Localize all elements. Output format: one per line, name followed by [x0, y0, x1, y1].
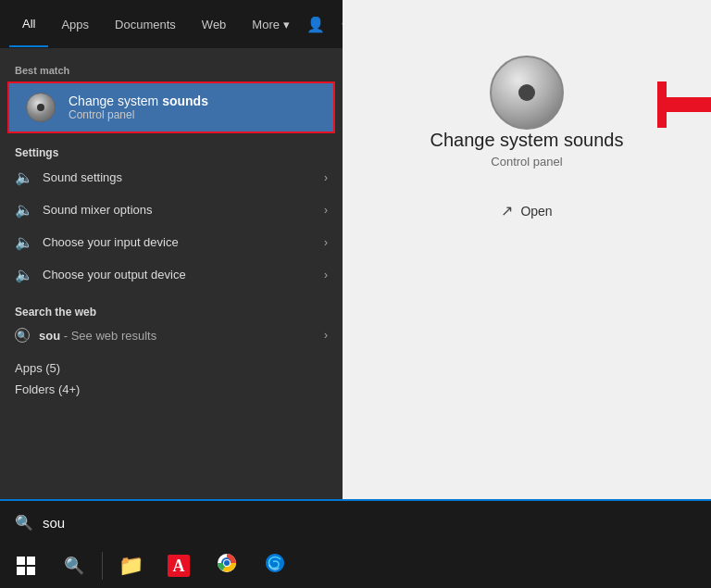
- web-search-text: sou - See web results: [39, 329, 315, 343]
- apps-count[interactable]: Apps (5): [15, 357, 328, 379]
- results-list: Best match Change system sounds Control …: [0, 48, 343, 499]
- output-device-label: Choose your output device: [43, 268, 315, 281]
- sound-settings-label: Sound settings: [43, 170, 315, 184]
- taskbar: 🔍 📁 A: [0, 544, 711, 588]
- best-match-title: Change system sounds: [69, 94, 208, 108]
- apps-folders: Apps (5) Folders (4+): [0, 354, 343, 404]
- windows-logo-icon: [17, 557, 35, 575]
- best-match-sound-icon: [24, 91, 57, 124]
- red-arrow: [657, 81, 711, 131]
- start-button[interactable]: [4, 544, 48, 588]
- arrow-icon-3: ›: [324, 236, 328, 249]
- adobe-button[interactable]: A: [156, 544, 201, 588]
- tab-all[interactable]: All: [9, 2, 48, 47]
- person-icon[interactable]: 👤: [303, 12, 329, 37]
- web-search-item[interactable]: 🔍 sou - See web results ›: [0, 320, 343, 350]
- result-input-device[interactable]: 🔈 Choose your input device ›: [0, 226, 343, 258]
- web-search-section: Search the web 🔍 sou - See web results ›: [0, 294, 343, 354]
- best-match-item[interactable]: Change system sounds Control panel: [7, 81, 335, 133]
- nav-tabs: All Apps Documents Web More ▾ 👤 •••: [0, 0, 343, 48]
- volume-icon-1: 🔈: [15, 169, 33, 186]
- settings-label: Settings: [0, 139, 343, 161]
- folder-icon: 📁: [118, 554, 143, 578]
- taskbar-divider: [102, 552, 103, 580]
- tab-more[interactable]: More ▾: [239, 3, 303, 46]
- volume-icon-3: 🔈: [15, 233, 33, 251]
- chrome-icon: [216, 552, 238, 580]
- right-panel: Change system sounds Control panel ↗ Ope…: [343, 0, 711, 499]
- left-panel: All Apps Documents Web More ▾ 👤 •••: [0, 0, 343, 499]
- result-sound-settings[interactable]: 🔈 Sound settings ›: [0, 161, 343, 194]
- search-input[interactable]: [43, 515, 696, 531]
- right-sound-icon: [490, 56, 564, 130]
- input-device-label: Choose your input device: [43, 235, 315, 249]
- right-subtitle: Control panel: [491, 155, 562, 169]
- arrow-icon-web: ›: [324, 329, 328, 342]
- tab-web[interactable]: Web: [189, 3, 240, 46]
- arrow-icon-4: ›: [324, 269, 328, 281]
- arrow-icon-1: ›: [324, 171, 328, 184]
- open-icon: ↗: [501, 202, 513, 219]
- result-sound-mixer[interactable]: 🔈 Sound mixer options ›: [0, 194, 343, 226]
- best-match-text: Change system sounds Control panel: [69, 94, 208, 121]
- search-icon: 🔍: [15, 514, 33, 532]
- settings-section: Settings 🔈 Sound settings › 🔈 Sound mixe…: [0, 135, 343, 294]
- adobe-icon: A: [168, 555, 190, 577]
- best-match-label: Best match: [0, 56, 343, 80]
- edge-button[interactable]: [253, 544, 297, 588]
- search-bar: 🔍: [0, 499, 711, 544]
- chrome-button[interactable]: [205, 544, 249, 588]
- taskbar-search-button[interactable]: 🔍: [52, 544, 96, 588]
- right-title: Change system sounds: [430, 130, 623, 151]
- folders-count[interactable]: Folders (4+): [15, 379, 328, 400]
- sound-mixer-label: Sound mixer options: [43, 203, 315, 217]
- tab-apps[interactable]: Apps: [48, 3, 102, 46]
- svg-point-5: [224, 560, 230, 566]
- chevron-down-icon: ▾: [283, 18, 290, 31]
- file-explorer-button[interactable]: 📁: [108, 544, 153, 588]
- volume-icon-2: 🔈: [15, 201, 33, 219]
- web-search-label: Search the web: [0, 298, 343, 320]
- result-output-device[interactable]: 🔈 Choose your output device ›: [0, 258, 343, 291]
- volume-icon-4: 🔈: [15, 266, 33, 283]
- tab-documents[interactable]: Documents: [102, 3, 189, 46]
- search-circle-icon: 🔍: [15, 328, 30, 343]
- edge-icon: [264, 552, 286, 580]
- taskbar-search-icon: 🔍: [64, 556, 84, 576]
- arrow-icon-2: ›: [324, 204, 328, 217]
- open-button[interactable]: ↗ Open: [490, 196, 563, 225]
- best-match-subtitle: Control panel: [69, 108, 208, 121]
